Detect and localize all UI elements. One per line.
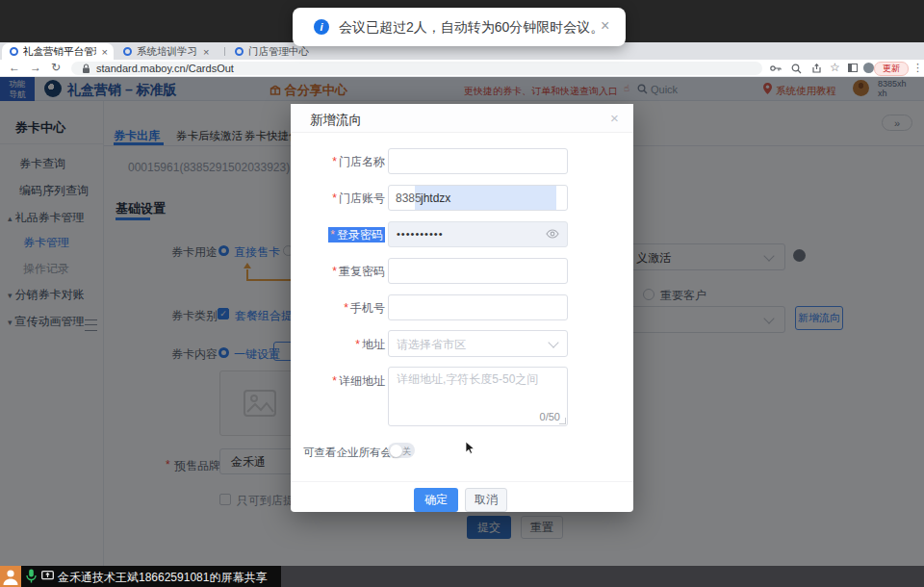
lock-icon — [82, 64, 90, 74]
account-label: *门店账号 — [298, 191, 385, 207]
password-input[interactable]: •••••••••• — [388, 221, 568, 247]
profile-avatar-icon[interactable] — [863, 63, 874, 73]
repeat-password-label: *重复密码 — [298, 264, 385, 280]
required-mark: * — [330, 228, 335, 242]
required-mark: * — [344, 301, 348, 315]
tab-title: 门店管理中心 — [248, 45, 309, 59]
address-placeholder: 请选择省市区 — [397, 337, 466, 353]
reload-icon[interactable]: ↻ — [51, 61, 61, 74]
resize-handle-icon[interactable] — [559, 418, 566, 424]
phone-input[interactable] — [388, 294, 568, 320]
label-text: 地址 — [362, 338, 385, 351]
sharer-avatar-icon — [0, 566, 21, 587]
label-text: 门店账号 — [339, 191, 385, 205]
detail-address-label: *详细地址 — [298, 373, 385, 390]
view-members-toggle[interactable]: 关 — [388, 443, 415, 458]
screen: 礼盒营销平台管理中心 × 系统培训学习 × 门店管理中心 × + – × ← →… — [0, 0, 924, 587]
update-label: 更新 — [883, 63, 900, 75]
required-mark: * — [355, 338, 360, 351]
browser-toolbar: ← → ↻ standard.maboy.cn/CardsOut ☆ 更新 ⋮ — [0, 60, 924, 77]
account-input[interactable]: 8385 jhtdzx — [388, 185, 568, 211]
address-select[interactable]: 请选择省市区 — [388, 330, 568, 357]
key-icon[interactable] — [770, 64, 782, 73]
meeting-toast: i 会议已超过2人，自动转为60分钟限时会议。 × — [293, 8, 626, 46]
required-mark: * — [332, 155, 337, 168]
required-mark: * — [332, 265, 337, 278]
confirm-button[interactable]: 确定 — [414, 488, 458, 512]
modal-title: 新增流向 — [310, 112, 362, 129]
microphone-icon[interactable] — [26, 569, 37, 583]
toggle-knob — [390, 445, 402, 457]
browser-menu-icon[interactable]: ⋮ — [912, 62, 923, 74]
tab-title: 系统培训学习 — [137, 45, 197, 59]
label-text: 登录密码 — [337, 228, 383, 242]
store-name-label: *门店名称 — [298, 154, 385, 170]
reading-mode-icon[interactable] — [848, 64, 858, 72]
detail-address-textarea[interactable]: 详细地址,字符长度5-50之间 0/50 — [388, 367, 568, 426]
account-value: jhtdzx — [421, 191, 450, 205]
tab-separator — [224, 47, 225, 56]
update-button[interactable]: 更新 — [874, 62, 909, 76]
share-bar-text: 金禾通技术王斌18662591081的屏幕共享 — [58, 570, 267, 586]
bookmark-star-icon[interactable]: ☆ — [830, 61, 840, 74]
screen-share-bar: 金禾通技术王斌18662591081的屏幕共享 — [0, 566, 924, 587]
required-mark: * — [332, 374, 337, 388]
char-counter: 0/50 — [540, 411, 560, 422]
favicon-icon — [123, 47, 132, 56]
zoom-icon[interactable] — [791, 64, 802, 74]
toggle-state: 关 — [402, 446, 411, 458]
browser-tab-1[interactable]: 礼盒营销平台管理中心 × — [2, 43, 114, 60]
required-mark: * — [332, 191, 337, 205]
browser-tab-2[interactable]: 系统培训学习 × — [116, 43, 223, 60]
store-name-input[interactable] — [388, 148, 568, 174]
screen-share-icon[interactable] — [41, 571, 54, 581]
modal-close-icon[interactable]: × — [610, 110, 619, 126]
share-icon[interactable] — [811, 64, 822, 74]
info-icon: i — [314, 19, 329, 35]
account-prefix: 8385 — [396, 191, 422, 205]
cancel-button[interactable]: 取消 — [465, 488, 507, 512]
label-text: 手机号 — [350, 301, 385, 315]
label-text: 重复密码 — [339, 265, 385, 278]
eye-icon[interactable] — [546, 229, 559, 239]
detail-address-placeholder: 详细地址,字符长度5-50之间 — [397, 371, 538, 388]
back-icon[interactable]: ← — [9, 61, 20, 74]
url-text: standard.maboy.cn/CardsOut — [96, 63, 234, 74]
tab-title: 礼盒营销平台管理中心 — [23, 45, 96, 59]
toast-close-icon[interactable]: × — [601, 17, 609, 35]
tab-close-icon[interactable]: × — [203, 46, 209, 58]
label-text: 详细地址 — [339, 374, 385, 388]
add-flow-modal: 新增流向 × *门店名称 *门店账号 8385 jhtdzx *登录密码 •••… — [291, 104, 633, 512]
password-label: *登录密码 — [298, 227, 385, 243]
modal-footer — [291, 481, 633, 512]
omnibox[interactable]: standard.maboy.cn/CardsOut — [71, 62, 762, 75]
phone-label: *手机号 — [298, 300, 385, 317]
tab-close-icon[interactable]: × — [102, 46, 108, 58]
favicon-icon — [10, 47, 18, 56]
label-text: 门店名称 — [339, 155, 385, 168]
repeat-password-input[interactable] — [388, 258, 568, 284]
forward-icon[interactable]: → — [30, 61, 41, 74]
address-label: *地址 — [298, 337, 385, 353]
toast-text: 会议已超过2人，自动转为60分钟限时会议。 — [339, 19, 603, 37]
password-value: •••••••••• — [397, 228, 444, 240]
favicon-icon — [235, 47, 244, 56]
mouse-cursor-icon — [465, 441, 475, 455]
